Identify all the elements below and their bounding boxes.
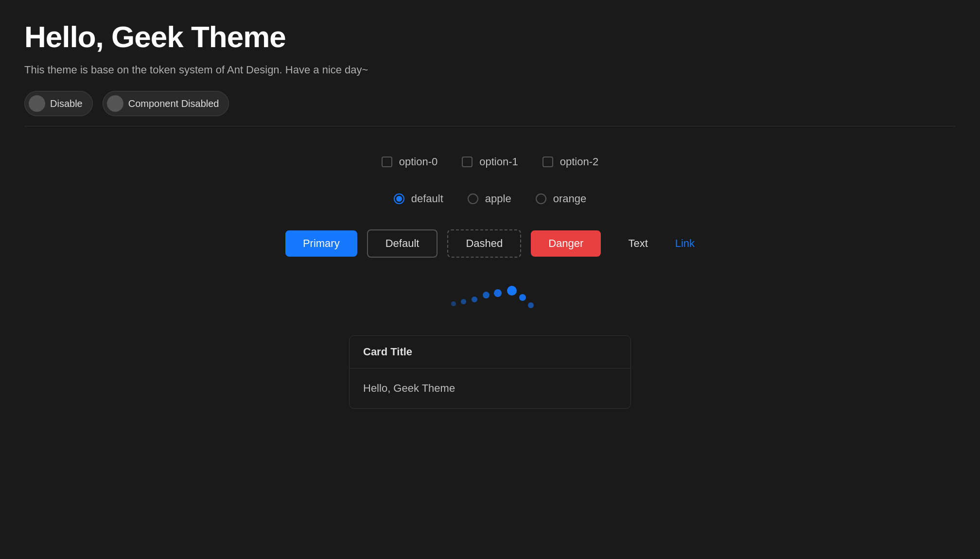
dot-8 [528, 302, 534, 308]
dot-7 [519, 294, 526, 301]
radio-row: default apple orange [394, 192, 586, 205]
radio-label-apple: apple [485, 192, 511, 205]
text-button[interactable]: Text [611, 230, 665, 257]
card: Card Title Hello, Geek Theme [349, 335, 631, 409]
checkbox-option-2[interactable]: option-2 [542, 156, 599, 168]
checkbox-label-1: option-1 [479, 156, 518, 168]
component-disabled-toggle-knob [107, 95, 123, 112]
radio-label-default: default [411, 192, 443, 205]
checkbox-option-1[interactable]: option-1 [462, 156, 518, 168]
page-subtitle: This theme is base on the token system o… [24, 64, 956, 76]
dot-2 [461, 299, 466, 304]
divider [24, 126, 956, 126]
danger-button[interactable]: Danger [531, 230, 601, 257]
default-button[interactable]: Default [367, 229, 438, 258]
radio-circle-apple [468, 193, 478, 204]
checkbox-label-2: option-2 [560, 156, 599, 168]
dot-3 [472, 297, 477, 302]
checkbox-box-2 [542, 157, 553, 167]
dot-5 [494, 289, 502, 297]
main-content: option-0 option-1 option-2 default apple… [24, 156, 956, 409]
radio-label-orange: orange [553, 192, 587, 205]
checkbox-row: option-0 option-1 option-2 [382, 156, 599, 168]
checkbox-box-0 [382, 157, 392, 167]
checkbox-option-0[interactable]: option-0 [382, 156, 438, 168]
disable-toggle[interactable]: Disable [24, 91, 93, 116]
radio-circle-orange [536, 193, 546, 204]
dot-1 [451, 301, 456, 306]
checkbox-box-1 [462, 157, 472, 167]
radio-circle-default [394, 193, 404, 204]
link-button[interactable]: Link [675, 237, 695, 250]
component-disabled-toggle[interactable]: Component Disabled [103, 91, 229, 116]
disable-toggle-knob [29, 95, 45, 112]
card-body: Hello, Geek Theme [350, 368, 630, 408]
primary-button[interactable]: Primary [285, 230, 357, 257]
dashed-button[interactable]: Dashed [447, 229, 521, 258]
page-title: Hello, Geek Theme [24, 19, 956, 54]
buttons-row: Primary Default Dashed Danger Text Link [285, 229, 695, 258]
radio-apple[interactable]: apple [468, 192, 511, 205]
card-title: Card Title [350, 336, 630, 368]
loading-spinner [441, 282, 539, 311]
component-disabled-toggle-label: Component Disabled [128, 98, 219, 109]
disable-toggle-label: Disable [50, 98, 83, 109]
checkbox-label-0: option-0 [399, 156, 438, 168]
toggle-row: Disable Component Disabled [24, 91, 956, 116]
radio-orange[interactable]: orange [536, 192, 587, 205]
dot-6 [507, 286, 517, 296]
radio-default[interactable]: default [394, 192, 443, 205]
dot-4 [483, 292, 490, 298]
